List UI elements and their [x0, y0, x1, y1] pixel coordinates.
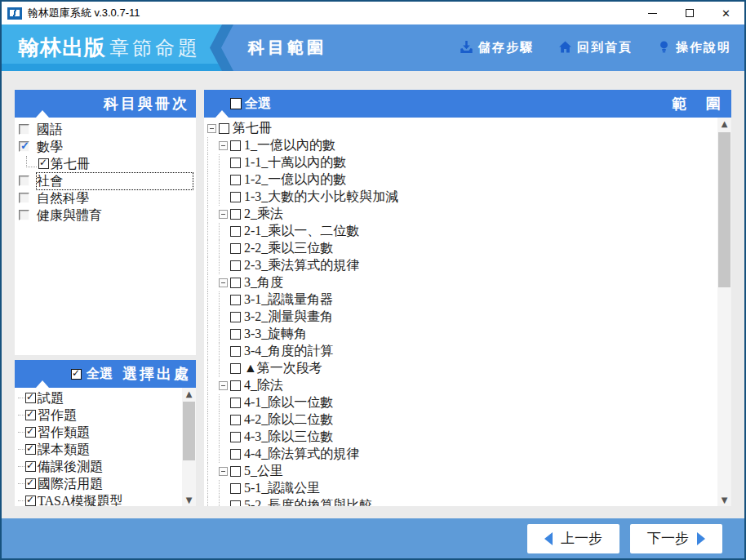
subject-label[interactable]: 國語 [37, 122, 63, 138]
subject-checkbox[interactable] [19, 141, 29, 152]
minimize-icon[interactable] [634, 2, 671, 24]
tree-label[interactable]: 4-1_除以一位數 [244, 394, 333, 411]
tree-checkbox[interactable] [219, 123, 229, 134]
scrollbar-thumb[interactable] [183, 402, 195, 460]
collapse-icon[interactable] [219, 210, 228, 219]
tree-checkbox[interactable] [230, 140, 241, 151]
tree-label[interactable]: ▲第一次段考 [244, 360, 322, 377]
source-label[interactable]: TASA模擬題型 [38, 493, 123, 506]
source-checkbox[interactable] [25, 496, 36, 506]
source-label[interactable]: 習作類題 [38, 424, 90, 441]
tree-label[interactable]: 2-1_乘以一、二位數 [244, 223, 359, 240]
maximize-icon[interactable] [671, 2, 708, 24]
header-link-bulb[interactable]: 操作說明 [657, 40, 731, 56]
tree-checkbox[interactable] [230, 243, 241, 254]
tree-checkbox[interactable] [230, 346, 241, 357]
source-label[interactable]: 試題 [38, 390, 64, 407]
tree-label[interactable]: 4-4_除法算式的規律 [244, 446, 359, 463]
tree-label[interactable]: 2-2_乘以三位數 [244, 240, 333, 257]
tree-checkbox[interactable] [230, 209, 241, 220]
tree-checkbox[interactable] [230, 380, 241, 391]
subject-label[interactable]: 數學 [37, 139, 63, 155]
scope-select-all-checkbox[interactable] [230, 98, 242, 109]
tree-checkbox[interactable] [230, 260, 241, 271]
subject-checkbox[interactable] [19, 210, 29, 220]
tree-checkbox[interactable] [230, 312, 241, 322]
tree-checkbox[interactable] [230, 432, 241, 442]
tree-label[interactable]: 5_公里 [244, 463, 283, 480]
tree-label[interactable]: 4_除法 [244, 377, 283, 394]
sources-select-all-label[interactable]: 全選 [87, 366, 113, 383]
tree-checkbox[interactable] [230, 398, 241, 408]
tree-label[interactable]: 3-2_測量與畫角 [244, 309, 333, 326]
subject-checkbox[interactable] [19, 124, 29, 135]
tree-label[interactable]: 1-2_一億以內的數 [244, 171, 346, 189]
source-checkbox[interactable] [25, 478, 36, 489]
tree-checkbox[interactable] [230, 278, 241, 288]
tree-checkbox[interactable] [230, 466, 241, 477]
close-icon[interactable]: ✕ [708, 2, 744, 24]
tree-checkbox[interactable] [230, 226, 241, 237]
next-step-button[interactable]: 下一步 [630, 524, 722, 553]
source-checkbox[interactable] [25, 427, 36, 438]
tree-label[interactable]: 5-1_認識公里 [244, 480, 320, 497]
tree-checkbox[interactable] [230, 363, 241, 374]
tree-label[interactable]: 1-1_十萬以內的數 [244, 154, 346, 171]
header-link-home[interactable]: 回到首頁 [558, 40, 633, 56]
tree-label[interactable]: 3_角度 [244, 274, 283, 291]
tree-checkbox[interactable] [230, 483, 241, 494]
tree-checkbox[interactable] [230, 329, 241, 340]
source-checkbox[interactable] [25, 444, 36, 455]
scrollbar-thumb[interactable] [718, 132, 730, 287]
tree-label[interactable]: 4-3_除以三位數 [244, 429, 333, 446]
scroll-up-icon[interactable]: ▲ [182, 388, 196, 400]
tree-label[interactable]: 2_乘法 [244, 206, 283, 223]
tree-label[interactable]: 2-3_乘法算式的規律 [244, 257, 359, 274]
source-checkbox[interactable] [25, 393, 36, 403]
tree-checkbox[interactable] [230, 295, 241, 305]
source-checkbox[interactable] [25, 410, 36, 420]
volume-label[interactable]: 第七冊 [51, 156, 90, 172]
collapse-icon[interactable] [219, 141, 228, 150]
sources-select-all-checkbox[interactable] [71, 369, 82, 380]
scroll-down-icon[interactable]: ▼ [182, 494, 196, 506]
tree-checkbox[interactable] [230, 449, 241, 460]
tree-checkbox[interactable] [230, 158, 241, 168]
collapse-icon[interactable] [219, 467, 228, 476]
prev-step-button[interactable]: 上一步 [527, 524, 619, 553]
subject-label[interactable]: 社會 [37, 173, 193, 189]
tree-label[interactable]: 3-4_角度的計算 [244, 343, 333, 360]
collapse-icon[interactable] [219, 278, 228, 287]
subject-label[interactable]: 健康與體育 [37, 207, 102, 224]
tree-label[interactable]: 4-2_除以二位數 [244, 411, 333, 429]
source-checkbox[interactable] [25, 461, 36, 472]
scope-scrollbar[interactable]: ▲ ▼ [717, 118, 731, 506]
tree-row: 2-3_乘法算式的規律 [207, 257, 731, 274]
subject-label[interactable]: 自然科學 [37, 190, 89, 207]
tree-label[interactable]: 1_一億以內的數 [244, 137, 335, 154]
collapse-icon[interactable] [207, 124, 216, 133]
source-label[interactable]: 習作題 [38, 407, 77, 424]
tree-checkbox[interactable] [230, 415, 241, 425]
source-label[interactable]: 國際活用題 [38, 476, 103, 492]
tree-label[interactable]: 第七冊 [233, 120, 272, 137]
source-label[interactable]: 課本類題 [38, 442, 90, 458]
header-link-save[interactable]: 儲存步驟 [460, 40, 534, 56]
scope-select-all-label[interactable]: 全選 [245, 96, 271, 113]
tree-checkbox[interactable] [230, 500, 241, 506]
source-label[interactable]: 備課後測題 [38, 459, 103, 475]
scroll-up-icon[interactable]: ▲ [717, 118, 731, 130]
subject-checkbox[interactable] [19, 193, 29, 203]
collapse-icon[interactable] [219, 381, 228, 390]
tree-label[interactable]: 1-3_大數的大小比較與加減 [244, 189, 398, 206]
tree-label[interactable]: 3-1_認識量角器 [244, 291, 333, 309]
window-title: 翰林題庫系統 v.3.0.7-11 [28, 6, 140, 20]
sources-scrollbar[interactable]: ▲ ▼ [182, 388, 196, 506]
tree-checkbox[interactable] [230, 175, 241, 185]
tree-label[interactable]: 5-2_長度的換算與比較 [244, 497, 372, 506]
scroll-down-icon[interactable]: ▼ [717, 494, 731, 506]
tree-label[interactable]: 3-3_旋轉角 [244, 326, 307, 343]
tree-checkbox[interactable] [230, 192, 241, 202]
subject-checkbox[interactable] [19, 176, 29, 186]
volume-checkbox[interactable] [38, 158, 49, 169]
